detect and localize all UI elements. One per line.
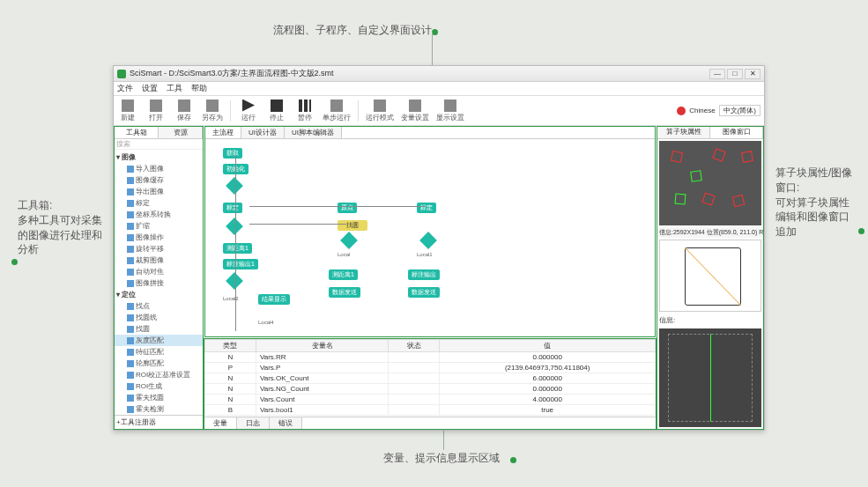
flow-diamond[interactable] — [226, 272, 243, 290]
tool-icon — [127, 280, 134, 287]
table-row[interactable]: PVars.P(2139.646973,750.411804) — [205, 363, 656, 373]
table-row[interactable]: NVars.NG_Count0.000000 — [205, 384, 656, 395]
tree-item[interactable]: 裁剪图像 — [115, 255, 203, 266]
pause-button[interactable]: 暂停 — [294, 100, 315, 122]
tree-item[interactable]: 找圆 — [115, 323, 203, 335]
flow-diamond[interactable] — [226, 218, 243, 235]
tree-category-locate[interactable]: ▾ 定位 — [115, 289, 203, 300]
new-button[interactable]: 新建 — [117, 100, 138, 122]
table-row[interactable]: NVars.RR0.000000 — [205, 352, 656, 363]
variable-table[interactable]: 类型 变量名 状态 值 NVars.RR0.000000PVars.P(2139… — [204, 339, 656, 417]
flow-block[interactable]: 标注输出1 — [223, 259, 258, 269]
dispset-button[interactable]: 显示设置 — [436, 100, 464, 122]
tree-item[interactable]: 霍夫检测 — [115, 403, 203, 415]
chip-marker — [674, 193, 686, 204]
step-button[interactable]: 单步运行 — [323, 100, 351, 122]
title-bar[interactable]: SciSmart - D:/SciSmart3.0方案/主界面流程图-中文版2.… — [114, 66, 764, 82]
menu-settings[interactable]: 设置 — [142, 83, 158, 94]
tree-item[interactable]: 轮廓匹配 — [115, 358, 203, 369]
toolbox-tree[interactable]: ▾ 图像 导入图像图像缓存导出图像标定坐标系转换扩缩图像操作旋转平移裁剪图像自动… — [115, 150, 203, 415]
tree-item[interactable]: 图像操作 — [115, 232, 203, 243]
runmode-button[interactable]: 运行模式 — [366, 100, 394, 122]
tab-error[interactable]: 错误 — [270, 417, 302, 429]
flow-block[interactable]: 标定 — [223, 203, 242, 213]
flow-block[interactable]: 测距离1 — [329, 269, 358, 280]
stop-button[interactable]: 停止 — [266, 100, 287, 122]
menu-tools[interactable]: 工具 — [167, 83, 182, 94]
var-col-value[interactable]: 值 — [440, 340, 656, 352]
new-label: 新建 — [121, 113, 135, 122]
tree-item[interactable]: ROI校正基准设置 — [115, 369, 203, 380]
cell-value: 0.000000 — [440, 352, 656, 363]
tab-ui-script[interactable]: UI脚本编辑器 — [285, 127, 342, 138]
image-preview-2[interactable] — [659, 240, 761, 312]
tab-log[interactable]: 日志 — [237, 417, 270, 429]
tree-item[interactable]: 图像拼接 — [115, 277, 203, 289]
cell-type: N — [205, 395, 256, 405]
run-button[interactable]: 运行 — [238, 100, 259, 122]
tab-resource[interactable]: 资源 — [159, 127, 203, 138]
svg-line-0 — [685, 247, 741, 306]
pause-icon — [299, 100, 311, 112]
tree-item[interactable]: 图像缓存 — [115, 174, 203, 186]
tree-item[interactable]: 霍夫找圆 — [115, 392, 203, 403]
tab-mainflow[interactable]: 主流程 — [205, 127, 241, 138]
toolbox-search[interactable]: 搜索 — [115, 139, 203, 150]
tab-toolbox[interactable]: 工具箱 — [115, 127, 159, 138]
image-preview-1[interactable] — [659, 141, 761, 225]
flow-block[interactable]: 标定 — [417, 203, 436, 213]
menu-help[interactable]: 帮助 — [191, 83, 207, 94]
tree-item[interactable]: 找圆线 — [115, 312, 203, 323]
tree-item[interactable]: 导入图像 — [115, 163, 203, 174]
open-button[interactable]: 打开 — [145, 100, 167, 122]
save-button[interactable]: 保存 — [174, 100, 195, 122]
flow-diamond[interactable] — [340, 232, 358, 249]
tree-item[interactable]: 标定 — [115, 197, 203, 209]
tree-item-label: 图像缓存 — [136, 175, 164, 185]
flow-block[interactable]: 数据发送 — [329, 287, 360, 298]
toolbox-footer[interactable]: +工具注册器 — [115, 415, 203, 429]
callout-top: 流程图、子程序、自定义界面设计 — [273, 23, 432, 38]
maximize-button[interactable]: □ — [727, 69, 743, 79]
cell-name: Vars.OK_Count — [256, 373, 388, 384]
var-col-state[interactable]: 状态 — [389, 340, 440, 352]
var-col-name[interactable]: 变量名 — [256, 340, 388, 352]
tree-item[interactable]: ROI生成 — [115, 380, 203, 392]
flow-diamond[interactable] — [419, 232, 437, 249]
minimize-button[interactable]: — — [709, 69, 725, 79]
tree-item[interactable]: 扩缩 — [115, 220, 203, 232]
table-row[interactable]: BVars.bool1true — [205, 405, 656, 416]
tree-item[interactable]: 找点 — [115, 300, 203, 312]
flow-block[interactable]: 数据发送 — [408, 287, 440, 298]
saveas-button[interactable]: 另存为 — [202, 100, 223, 122]
tab-image-window[interactable]: 图像窗口 — [710, 127, 763, 138]
tab-ui-designer[interactable]: UI设计器 — [241, 127, 285, 138]
menu-file[interactable]: 文件 — [117, 83, 133, 94]
image-preview-3[interactable] — [659, 328, 761, 427]
tree-item[interactable]: 灰度匹配 — [115, 335, 203, 346]
flow-block[interactable]: 测距离1 — [223, 243, 252, 254]
tree-item[interactable]: 坐标系转换 — [115, 209, 203, 220]
tab-block-props[interactable]: 算子块属性 — [657, 127, 710, 138]
varset-button[interactable]: 变量设置 — [401, 100, 429, 122]
flow-block[interactable]: 获取 — [223, 148, 242, 159]
table-row[interactable]: NVars.OK_Count6.000000 — [205, 373, 656, 384]
info-label: 信息: — [657, 314, 763, 327]
var-col-type[interactable]: 类型 — [205, 340, 256, 352]
flowchart-canvas[interactable]: 获取 初始化 标定 原点 标定 找圆 Local Local1 测距离1 标注输… — [205, 139, 655, 336]
tab-variables[interactable]: 变量 — [204, 417, 237, 429]
flow-block[interactable]: 原点 — [338, 203, 357, 213]
tree-category-image[interactable]: ▾ 图像 — [115, 151, 203, 163]
flow-diamond[interactable] — [226, 177, 243, 195]
tree-item[interactable]: 旋转平移 — [115, 243, 203, 255]
close-button[interactable]: ✕ — [745, 69, 760, 79]
flow-block[interactable]: 找圆 — [338, 220, 367, 231]
tree-item[interactable]: 自动对焦 — [115, 266, 203, 277]
flow-block[interactable]: 结果显示 — [258, 294, 290, 305]
flow-block[interactable]: 标注输出 — [408, 269, 440, 280]
tree-item[interactable]: 特征匹配 — [115, 346, 203, 358]
tree-item[interactable]: 导出图像 — [115, 186, 203, 197]
table-row[interactable]: NVars.Count4.000000 — [205, 395, 656, 405]
tree-item-label: ROI生成 — [136, 381, 162, 391]
language-selector[interactable]: Chinese 中文(简体) — [677, 105, 760, 116]
